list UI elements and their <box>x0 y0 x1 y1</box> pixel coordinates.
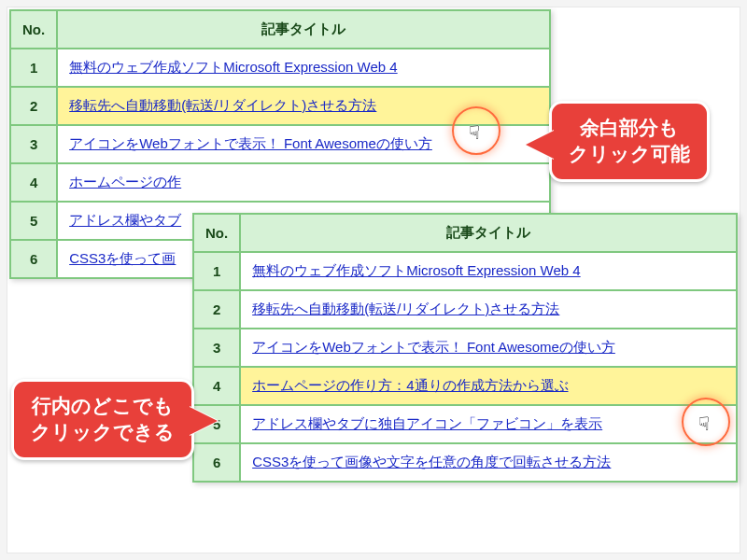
row-link[interactable]: アドレス欄やタブに独自アイコン「ファビコン」を表示 <box>252 415 602 431</box>
row-link[interactable]: ホームページの作り方：4通りの作成方法から選ぶ <box>252 377 568 393</box>
row-no: 3 <box>10 125 57 163</box>
row-no: 2 <box>10 87 57 125</box>
row-no: 4 <box>10 163 57 202</box>
callout-bottom: 行内のどこでも クリックできる <box>11 379 194 460</box>
row-no: 2 <box>193 290 240 329</box>
row-link[interactable]: アドレス欄やタブ <box>69 212 181 228</box>
row-title-cell[interactable]: アイコンをWebフォントで表示！ Font Awesomeの使い方 <box>57 125 550 163</box>
table-row[interactable]: 1 無料のウェブ作成ソフトMicrosoft Expression Web 4 <box>10 49 550 87</box>
row-title-cell[interactable]: 移転先へ自動移動(転送/リダイレクト)させる方法 <box>240 290 737 329</box>
row-no: 5 <box>10 202 57 240</box>
table-row[interactable]: 4 ホームページの作り方：4通りの作成方法から選ぶ <box>193 367 737 405</box>
header-row: No. 記事タイトル <box>193 214 737 252</box>
row-link[interactable]: アイコンをWebフォントで表示！ Font Awesomeの使い方 <box>252 339 615 355</box>
row-title-cell[interactable]: 無料のウェブ作成ソフトMicrosoft Expression Web 4 <box>240 252 737 290</box>
table-row[interactable]: 2 移転先へ自動移動(転送/リダイレクト)させる方法 <box>193 290 737 329</box>
table-row[interactable]: 2 移転先へ自動移動(転送/リダイレクト)させる方法 <box>10 87 550 125</box>
row-no: 6 <box>10 240 57 278</box>
row-title-cell[interactable]: CSS3を使って画像や文字を任意の角度で回転させる方法 <box>240 443 737 482</box>
canvas: No. 記事タイトル 1 無料のウェブ作成ソフトMicrosoft Expres… <box>7 7 740 553</box>
row-link[interactable]: CSS3を使って画像や文字を任意の角度で回転させる方法 <box>252 454 611 469</box>
table-row[interactable]: 3 アイコンをWebフォントで表示！ Font Awesomeの使い方 <box>10 125 550 163</box>
row-link[interactable]: 移転先へ自動移動(転送/リダイレクト)させる方法 <box>252 301 559 316</box>
row-no: 6 <box>193 443 240 482</box>
row-no: 4 <box>193 367 240 405</box>
row-no: 1 <box>10 49 57 87</box>
row-link[interactable]: 移転先へ自動移動(転送/リダイレクト)させる方法 <box>69 97 376 113</box>
row-title-cell[interactable]: 移転先へ自動移動(転送/リダイレクト)させる方法 <box>57 87 550 125</box>
row-no: 3 <box>193 329 240 367</box>
row-no: 1 <box>193 252 240 290</box>
header-row: No. 記事タイトル <box>10 10 550 49</box>
col-title: 記事タイトル <box>240 214 737 252</box>
row-title-cell[interactable]: 無料のウェブ作成ソフトMicrosoft Expression Web 4 <box>57 49 550 87</box>
callout-text: 余白部分も クリック可能 <box>569 117 690 164</box>
row-link[interactable]: 無料のウェブ作成ソフトMicrosoft Expression Web 4 <box>69 59 397 75</box>
table-row[interactable]: 6 CSS3を使って画像や文字を任意の角度で回転させる方法 <box>193 443 737 482</box>
article-table-front: No. 記事タイトル 1 無料のウェブ作成ソフトMicrosoft Expres… <box>192 213 738 483</box>
table-row[interactable]: 5 アドレス欄やタブに独自アイコン「ファビコン」を表示 <box>193 405 737 443</box>
row-link[interactable]: ホームページの作 <box>69 174 181 189</box>
col-title: 記事タイトル <box>57 10 550 49</box>
callout-tail-icon <box>188 406 218 436</box>
row-link[interactable]: CSS3を使って画 <box>69 250 176 266</box>
row-link[interactable]: 無料のウェブ作成ソフトMicrosoft Expression Web 4 <box>252 262 580 278</box>
col-no: No. <box>10 10 57 49</box>
callout-text: 行内のどこでも クリックできる <box>31 395 175 442</box>
row-title-cell[interactable]: アイコンをWebフォントで表示！ Font Awesomeの使い方 <box>240 329 737 367</box>
row-link[interactable]: アイコンをWebフォントで表示！ Font Awesomeの使い方 <box>69 135 432 151</box>
row-title-cell[interactable]: ホームページの作り方：4通りの作成方法から選ぶ <box>240 367 737 405</box>
callout-tail-icon <box>526 130 556 160</box>
row-title-cell[interactable]: アドレス欄やタブに独自アイコン「ファビコン」を表示 <box>240 405 737 443</box>
table-row[interactable]: 3 アイコンをWebフォントで表示！ Font Awesomeの使い方 <box>193 329 737 367</box>
table-row[interactable]: 4 ホームページの作 <box>10 163 550 202</box>
col-no: No. <box>193 214 240 252</box>
row-title-cell[interactable]: ホームページの作 <box>57 163 550 202</box>
table-row[interactable]: 1 無料のウェブ作成ソフトMicrosoft Expression Web 4 <box>193 252 737 290</box>
callout-top: 余白部分も クリック可能 <box>549 101 710 182</box>
